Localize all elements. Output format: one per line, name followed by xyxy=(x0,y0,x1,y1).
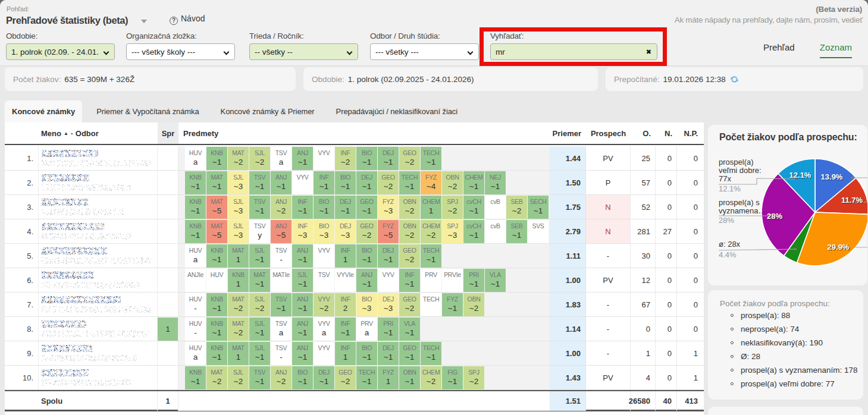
subject-grade-chip[interactable]: GEO~1 xyxy=(356,196,377,219)
subject-grade-chip[interactable]: ANJ~1 xyxy=(292,293,313,316)
subject-grade-chip[interactable]: PRV xyxy=(421,269,441,292)
tab-2[interactable]: Koncové známky & Priemer xyxy=(214,100,322,122)
subject-grade-chip[interactable]: SJL~1 xyxy=(292,269,313,292)
subject-grade-chip[interactable]: FYZ~4 xyxy=(421,171,441,194)
subject-grade-chip[interactable]: GEO~2 xyxy=(399,244,420,268)
subject-grade-chip[interactable]: MAT~2 xyxy=(228,147,249,170)
subject-grade-chip[interactable]: GEO~2 xyxy=(399,293,420,316)
clear-search-icon[interactable]: ✖ xyxy=(646,48,651,56)
student-name-cell[interactable] xyxy=(39,268,158,292)
subject-grade-chip[interactable]: GEO~2 xyxy=(356,220,377,243)
mode-list-link[interactable]: Zoznam xyxy=(820,42,852,58)
student-name-cell[interactable] xyxy=(39,341,158,365)
subject-grade-chip[interactable]: TECH~1 xyxy=(421,244,441,268)
subject-grade-chip[interactable]: ANJ~1 xyxy=(271,171,292,194)
subject-grade-chip[interactable]: SPJ~3 xyxy=(442,220,463,243)
subject-grade-chip[interactable]: OBN~2 xyxy=(399,220,420,243)
col-header-spr[interactable]: Spr xyxy=(158,122,178,144)
subject-grade-chip[interactable]: cvCH~1 xyxy=(463,196,484,219)
subject-grade-chip[interactable]: KNB~1 xyxy=(206,147,227,170)
col-header-prospech[interactable]: Prospech xyxy=(586,122,631,144)
search-input[interactable]: mr✖ xyxy=(490,43,657,60)
subject-grade-chip[interactable]: VYV xyxy=(314,342,334,365)
subject-grade-chip[interactable]: ANJ~5 xyxy=(271,220,292,243)
subject-grade-chip[interactable]: KNB~1 xyxy=(206,342,227,365)
subject-grade-chip[interactable]: INF~1 xyxy=(335,317,356,341)
subject-grade-chip[interactable]: KNB~1 xyxy=(185,220,206,243)
subject-grade-chip[interactable]: PRI~1 xyxy=(378,317,399,341)
subject-grade-chip[interactable]: KNB~1 xyxy=(206,244,227,268)
subject-grade-chip[interactable]: ANJ~1 xyxy=(292,147,313,170)
subject-grade-chip[interactable]: OBN~1 xyxy=(399,366,420,389)
filter-odbor-select[interactable]: --- všetky --- xyxy=(370,43,479,60)
subject-grade-chip[interactable]: TECH xyxy=(421,293,441,316)
subject-grade-chip[interactable]: CHEM~2 xyxy=(421,220,441,243)
subject-grade-chip[interactable]: FYZ~3 xyxy=(378,196,399,219)
subject-grade-chip[interactable]: VYV~2 xyxy=(314,293,334,316)
subject-grade-chip[interactable]: TSV- xyxy=(271,342,292,365)
subject-grade-chip[interactable]: PRI~1 xyxy=(463,269,484,292)
subject-grade-chip[interactable]: OBN~2 xyxy=(442,171,463,194)
subject-grade-chip[interactable]: SJL~1 xyxy=(249,342,270,365)
subject-grade-chip[interactable]: MAT1 xyxy=(228,342,249,365)
filter-trieda-select[interactable]: -- všetky -- xyxy=(249,43,358,60)
student-name-cell[interactable] xyxy=(39,171,158,194)
col-header-np[interactable]: N.P. xyxy=(677,122,703,144)
subject-grade-chip[interactable]: ANJ~2 xyxy=(271,196,292,219)
page-title[interactable]: Prehľadové štatistiky (beta) xyxy=(6,15,128,26)
tab-0[interactable]: Koncové známky xyxy=(5,100,82,122)
subject-grade-chip[interactable]: VYV xyxy=(314,244,334,268)
subject-grade-chip[interactable]: SJL~2 xyxy=(249,147,270,170)
subject-grade-chip[interactable]: TSVy xyxy=(249,220,270,243)
subject-grade-chip[interactable]: TSV~1 xyxy=(249,196,270,219)
subject-grade-chip[interactable]: INF~2 xyxy=(335,147,356,170)
subject-grade-chip[interactable]: VYVIe xyxy=(335,269,356,292)
subject-grade-chip[interactable]: SEB~1 xyxy=(506,220,527,243)
col-header-n[interactable]: N. xyxy=(656,122,677,144)
subject-grade-chip[interactable]: TSV~1 xyxy=(271,293,292,316)
spr-grade-chip[interactable]: 1 xyxy=(158,317,178,341)
subject-grade-chip[interactable]: GEO~2 xyxy=(378,171,399,194)
subject-grade-chip[interactable]: VYV xyxy=(314,147,334,170)
subject-grade-chip[interactable]: SPJ~2 xyxy=(442,196,463,219)
subject-grade-chip[interactable]: TECH~1 xyxy=(356,366,377,389)
col-header-priemer[interactable]: Priemer xyxy=(550,122,586,144)
subject-grade-chip[interactable]: FIG~1 xyxy=(442,366,463,389)
subject-grade-chip[interactable]: PRVa xyxy=(356,317,377,341)
subject-grade-chip[interactable]: TSVa xyxy=(271,147,292,170)
subject-grade-chip[interactable]: SJL~1 xyxy=(249,317,270,341)
tab-3[interactable]: Prepadávajúci / neklasifikovaní žiaci xyxy=(329,100,465,122)
subject-grade-chip[interactable]: cvB xyxy=(485,196,506,219)
subject-grade-chip[interactable]: OBN~2 xyxy=(463,293,484,316)
subject-grade-chip[interactable]: HUVa xyxy=(185,147,206,170)
subject-grade-chip[interactable]: CHEM~2 xyxy=(421,366,441,389)
subject-grade-chip[interactable]: SJL~2 xyxy=(249,293,270,316)
subject-grade-chip[interactable]: ANJ~1 xyxy=(356,269,377,292)
subject-grade-chip[interactable]: MAT~2 xyxy=(228,317,249,341)
student-name-cell[interactable] xyxy=(39,366,158,389)
subject-grade-chip[interactable]: FYZ~5 xyxy=(378,220,399,243)
subject-grade-chip[interactable]: PRVIe xyxy=(442,269,463,292)
subject-grade-chip[interactable]: BIO~1 xyxy=(356,244,377,268)
subject-grade-chip[interactable]: BIO~1 xyxy=(356,147,377,170)
subject-grade-chip[interactable]: DEJ~1 xyxy=(378,147,399,170)
subject-grade-chip[interactable]: HUV xyxy=(206,269,227,292)
subject-grade-chip[interactable]: SJL~3 xyxy=(228,220,249,243)
subject-grade-chip[interactable]: INF~1 xyxy=(314,171,334,194)
subject-grade-chip[interactable]: GEO~2 xyxy=(399,147,420,170)
col-header-o[interactable]: O. xyxy=(631,122,656,144)
student-name-cell[interactable] xyxy=(39,195,158,219)
subject-grade-chip[interactable]: VYV xyxy=(292,171,313,194)
subject-grade-chip[interactable]: CHEM1 xyxy=(421,196,441,219)
subject-grade-chip[interactable]: HUV- xyxy=(185,293,206,316)
subject-grade-chip[interactable]: CHEM~1 xyxy=(463,171,484,194)
subject-grade-chip[interactable]: DEJ~1 xyxy=(378,342,399,365)
subject-grade-chip[interactable]: TSV- xyxy=(271,244,292,268)
subject-grade-chip[interactable]: MAT1 xyxy=(228,244,249,268)
subject-grade-chip[interactable]: KNB1 xyxy=(228,269,249,292)
mode-overview-link[interactable]: Prehľad xyxy=(763,42,795,52)
subject-grade-chip[interactable]: DEJ~1 xyxy=(356,171,377,194)
subject-grade-chip[interactable]: DEJ~3 xyxy=(378,293,399,316)
subject-grade-chip[interactable]: SVS xyxy=(528,220,549,243)
subject-grade-chip[interactable]: MAT~5 xyxy=(206,220,227,243)
